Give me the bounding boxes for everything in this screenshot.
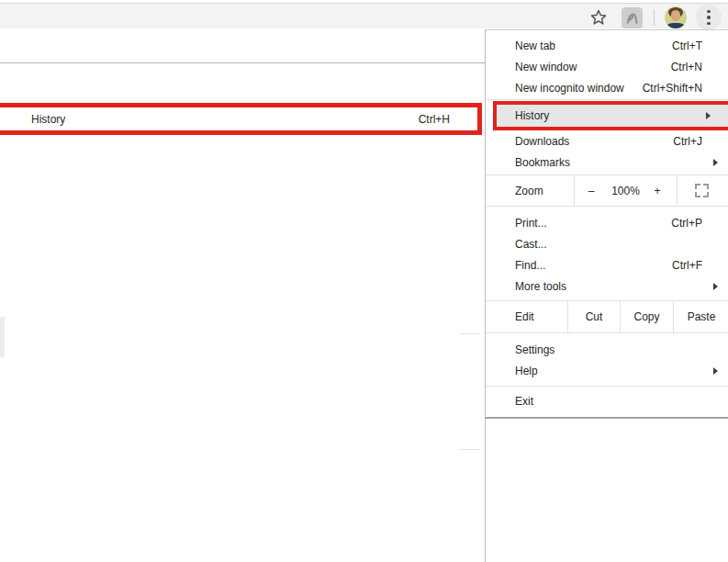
menu-zoom-row: Zoom – 100% + (486, 174, 728, 207)
menu-separator (486, 386, 728, 387)
menu-item-new-incognito[interactable]: New incognito window Ctrl+Shift+N (486, 77, 728, 98)
menu-item-cast[interactable]: Cast... (486, 233, 728, 254)
bookmark-star-icon[interactable] (589, 8, 608, 27)
menu-item-exit[interactable]: Exit (486, 390, 728, 411)
menu-item-label: Cast... (515, 238, 702, 251)
menu-item-history-annotated[interactable]: History (493, 101, 728, 130)
left-edge-fragment (0, 317, 5, 357)
cut-button[interactable]: Cut (568, 301, 621, 332)
menu-item-shortcut: Ctrl+J (673, 135, 702, 148)
fullscreen-icon[interactable] (695, 184, 709, 197)
submenu-history-shortcut: Ctrl+H (419, 113, 450, 126)
menu-item-label: New incognito window (515, 82, 643, 95)
menu-item-label: New window (515, 61, 671, 73)
menu-item-label: Settings (515, 343, 702, 356)
menu-item-print[interactable]: Print... Ctrl+P (486, 212, 728, 233)
menu-kebab-icon[interactable] (696, 5, 722, 30)
menu-item-shortcut: Ctrl+Shift+N (643, 82, 702, 95)
menu-item-downloads[interactable]: Downloads Ctrl+J (486, 130, 728, 152)
zoom-label: Zoom (515, 185, 543, 197)
zoom-row-separator (574, 175, 575, 206)
menu-item-label: New tab (515, 39, 672, 52)
faint-line-fragment (459, 333, 480, 334)
copy-button[interactable]: Copy (621, 301, 674, 332)
menu-item-label: Downloads (515, 135, 673, 148)
avatar-face (671, 10, 680, 21)
menu-item-bookmarks[interactable]: Bookmarks (486, 152, 728, 173)
menu-item-shortcut: Ctrl+F (672, 259, 702, 272)
menu-item-new-window[interactable]: New window Ctrl+N (486, 56, 728, 77)
toolbar-separator (654, 9, 655, 26)
menu-item-find[interactable]: Find... Ctrl+F (486, 254, 728, 275)
submenu-arrow-icon (713, 283, 718, 290)
pdf-extension-icon[interactable] (622, 7, 643, 28)
zoom-out-button[interactable]: – (580, 185, 602, 197)
menu-item-help[interactable]: Help (486, 360, 728, 381)
menu-item-label: Find... (515, 259, 672, 272)
menu-item-label: History (515, 109, 549, 122)
menu-item-shortcut: Ctrl+T (672, 39, 702, 52)
zoom-value: 100% (605, 185, 646, 197)
menu-item-label: Help (515, 365, 702, 377)
profile-avatar[interactable] (665, 6, 687, 28)
faint-line-fragment (459, 449, 480, 450)
zoom-row-separator (677, 175, 678, 206)
toolbar-strip (0, 4, 728, 28)
menu-item-settings[interactable]: Settings (486, 339, 728, 360)
menu-item-label: More tools (515, 280, 702, 293)
submenu-history-label: History (31, 113, 419, 126)
history-submenu-item-annotated[interactable]: History Ctrl+H (0, 103, 482, 135)
menu-item-label: Exit (515, 395, 702, 408)
menu-item-shortcut: Ctrl+N (671, 61, 702, 73)
paste-button[interactable]: Paste (674, 301, 728, 332)
submenu-arrow-icon (713, 159, 718, 166)
menu-item-label: Bookmarks (515, 156, 702, 169)
submenu-arrow-icon (713, 367, 718, 375)
browser-window: History Ctrl+H New tab Ctrl+T New window… (0, 0, 728, 562)
chrome-menu-popup: New tab Ctrl+T New window Ctrl+N New inc… (485, 29, 728, 419)
menu-separator (486, 99, 728, 100)
menu-item-label: Print... (515, 217, 671, 230)
submenu-arrow-icon (706, 112, 711, 119)
edit-label: Edit (486, 301, 568, 332)
content-top-divider (0, 62, 486, 63)
zoom-in-button[interactable]: + (646, 185, 668, 197)
menu-item-shortcut: Ctrl+P (671, 217, 702, 230)
menu-edit-row: Edit Cut Copy Paste (486, 300, 728, 333)
menu-item-more-tools[interactable]: More tools (486, 275, 728, 297)
menu-item-new-tab[interactable]: New tab Ctrl+T (486, 35, 728, 56)
